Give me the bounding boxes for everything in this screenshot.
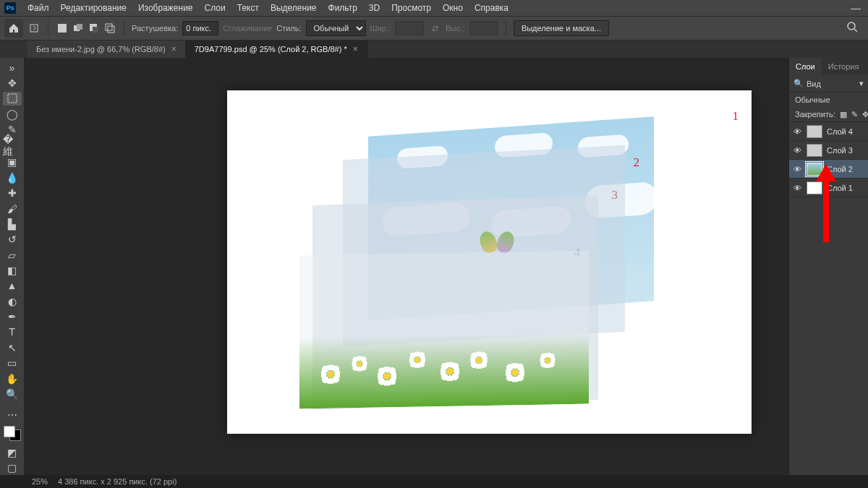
- lock-label: Закрепить:: [795, 110, 835, 119]
- doc-tab-1-label: Без имени-2.jpg @ 66,7% (RGB/8#): [36, 45, 166, 53]
- lock-pos-icon[interactable]: ✥: [862, 110, 868, 119]
- lasso-tool[interactable]: ◯: [3, 107, 22, 121]
- style-select[interactable]: Обычный: [306, 20, 366, 36]
- feather-label: Растушевка:: [132, 24, 178, 33]
- visibility-icon[interactable]: 👁: [792, 184, 802, 192]
- minimize-icon[interactable]: —: [843, 2, 868, 14]
- lock-pixels-icon[interactable]: ▩: [840, 110, 847, 119]
- blend-mode-label[interactable]: Обычные: [789, 93, 868, 107]
- sel-add-icon: [72, 22, 85, 35]
- annotation-1: 1: [733, 109, 739, 124]
- frame-tool[interactable]: ▣: [3, 155, 22, 169]
- blur-tool[interactable]: ▲: [3, 279, 22, 293]
- layer-row-selected[interactable]: 👁 Слой 2: [789, 160, 868, 179]
- layers-panel: Слои История Опер 🔍 Вид ▾ Обычные Закреп…: [788, 58, 868, 475]
- menu-help[interactable]: Справка: [469, 0, 514, 16]
- canvas-area[interactable]: 1 2 3 4: [25, 58, 788, 475]
- layer-thumb[interactable]: [807, 125, 822, 138]
- app-logo: Ps: [4, 2, 16, 14]
- menu-file[interactable]: Файл: [22, 0, 55, 16]
- doc-tab-2[interactable]: 7D9A7799.psd @ 25% (Слой 2, RGB/8#) * ×: [186, 40, 367, 58]
- type-tool[interactable]: T: [3, 325, 22, 339]
- menu-bar: Ps Файл Редактирование Изображение Слои …: [0, 0, 868, 16]
- close-tab-icon[interactable]: ×: [171, 44, 176, 54]
- svg-rect-0: [30, 25, 38, 32]
- menu-view[interactable]: Просмотр: [386, 0, 437, 16]
- visibility-icon[interactable]: 👁: [792, 146, 802, 155]
- heal-tool[interactable]: ✚: [3, 187, 22, 200]
- menu-select[interactable]: Выделение: [265, 0, 323, 16]
- close-tab-icon[interactable]: ×: [353, 44, 358, 54]
- width-input: [395, 21, 424, 35]
- pen-tool[interactable]: ✒: [3, 309, 22, 323]
- path-select-tool[interactable]: ↖: [3, 341, 22, 354]
- quickmask-icon[interactable]: ◩: [3, 445, 22, 459]
- menu-image[interactable]: Изображение: [132, 0, 199, 16]
- color-swatches[interactable]: [4, 426, 21, 441]
- svg-rect-6: [106, 24, 112, 30]
- eraser-tool[interactable]: ▱: [3, 248, 22, 262]
- menu-layers[interactable]: Слои: [199, 0, 231, 16]
- eyedropper-tool[interactable]: 💧: [3, 171, 22, 184]
- dodge-tool[interactable]: ◐: [3, 294, 22, 308]
- svg-rect-1: [58, 24, 67, 33]
- chevron-down-icon[interactable]: ▾: [859, 79, 864, 88]
- expand-tools-icon[interactable]: »: [3, 61, 22, 74]
- layer-thumb[interactable]: [807, 181, 822, 194]
- visibility-icon[interactable]: 👁: [792, 127, 802, 136]
- panel-tab-actions[interactable]: Опер: [865, 58, 868, 75]
- menu-text[interactable]: Текст: [231, 0, 265, 16]
- selection-mode-icons[interactable]: [56, 22, 116, 35]
- panel-tab-layers[interactable]: Слои: [789, 58, 822, 75]
- select-and-mask-button[interactable]: Выделение и маска...: [514, 20, 609, 36]
- visibility-icon[interactable]: 👁: [792, 165, 802, 174]
- search-icon[interactable]: [846, 21, 864, 35]
- zoom-status[interactable]: 25%: [32, 477, 48, 486]
- brush-tool[interactable]: 🖌: [3, 202, 22, 215]
- menu-window[interactable]: Окно: [437, 0, 469, 16]
- annotation-2: 2: [634, 155, 640, 170]
- layer-row[interactable]: 👁 Слой 3: [789, 141, 868, 160]
- crop-tool[interactable]: �維: [3, 138, 22, 154]
- menu-edit[interactable]: Редактирование: [55, 0, 132, 16]
- layer-row[interactable]: 👁 Слой 4: [789, 122, 868, 141]
- stamp-tool[interactable]: ▙: [3, 217, 22, 231]
- menu-3d[interactable]: 3D: [363, 0, 386, 16]
- marquee-tool[interactable]: [3, 92, 22, 106]
- share-icon[interactable]: [27, 22, 41, 35]
- screenmode-icon[interactable]: ▢: [3, 461, 22, 475]
- layer-label: Слой 3: [827, 146, 853, 155]
- artboard: 1 2 3 4: [227, 90, 752, 434]
- height-input: [469, 21, 498, 35]
- swap-wh-icon: ⇄: [428, 22, 441, 35]
- feather-input[interactable]: [182, 21, 218, 35]
- layer-row[interactable]: 👁 Слой 1: [789, 179, 868, 197]
- doc-tab-1[interactable]: Без имени-2.jpg @ 66,7% (RGB/8#) ×: [27, 40, 186, 58]
- layer-thumb[interactable]: [807, 144, 822, 157]
- history-brush-tool[interactable]: ↺: [3, 233, 22, 247]
- hand-tool[interactable]: ✋: [3, 372, 22, 385]
- panel-tab-history[interactable]: История: [822, 58, 866, 75]
- main-area: » ✥ ◯ ✎ �維 ▣ 💧 ✚ 🖌 ▙ ↺ ▱ ◧ ▲ ◐ ✒ T ↖ ▭ ✋…: [0, 58, 868, 475]
- lock-brush-icon[interactable]: ✎: [851, 110, 858, 119]
- zoom-tool[interactable]: 🔍: [3, 387, 22, 401]
- document-tabs: Без имени-2.jpg @ 66,7% (RGB/8#) × 7D9A7…: [0, 40, 868, 58]
- layer-thumb[interactable]: [807, 163, 822, 176]
- svg-rect-7: [108, 26, 114, 33]
- home-icon[interactable]: [4, 19, 23, 38]
- annotation-3: 3: [612, 188, 618, 202]
- doc-info-status[interactable]: 4 386 пикс. x 2 925 пикс. (72 ppi): [58, 477, 176, 486]
- layer-label: Слой 4: [827, 127, 853, 136]
- doc-tab-2-label: 7D9A7799.psd @ 25% (Слой 2, RGB/8#) *: [195, 45, 347, 53]
- foreground-swatch[interactable]: [4, 426, 15, 437]
- layer-list: 👁 Слой 4 👁 Слой 3 👁 Слой 2 👁 Слой 1: [789, 122, 868, 197]
- edit-toolbar-icon[interactable]: ⋯: [3, 408, 22, 421]
- shape-tool[interactable]: ▭: [3, 356, 22, 369]
- menu-filter[interactable]: Фильтр: [323, 0, 363, 16]
- move-tool[interactable]: ✥: [3, 76, 22, 90]
- gradient-tool[interactable]: ◧: [3, 263, 22, 277]
- options-bar: Растушевка: Сглаживание Стиль: Обычный Ш…: [0, 16, 868, 40]
- filter-label[interactable]: Вид: [807, 80, 856, 88]
- svg-rect-5: [93, 27, 98, 33]
- search-icon[interactable]: 🔍: [793, 79, 804, 88]
